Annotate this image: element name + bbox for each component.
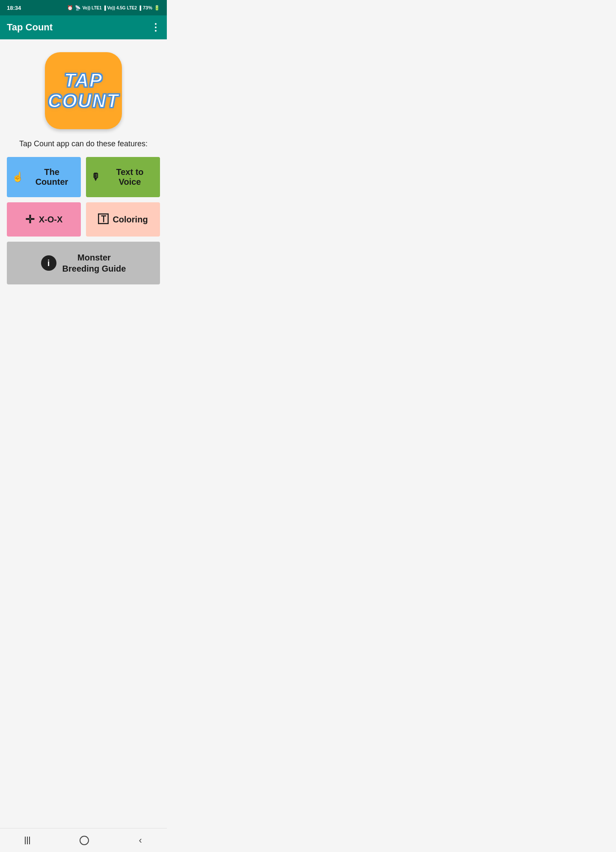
status-bar: 18:34 ⏰ 📡 Vo)) LTE1 ▐ Vo)) 4.5G LTE2 ▐ 7…: [0, 0, 167, 15]
features-grid: ☝ The Counter 🎙 Text to Voice ✛ X-O-X 🅃 …: [7, 157, 160, 237]
battery-icon: 🔋: [154, 5, 160, 11]
counter-label: The Counter: [28, 167, 76, 187]
app-icon: TAP COUNT: [45, 52, 122, 129]
voice-button[interactable]: 🎙 Text to Voice: [86, 157, 160, 197]
xox-label: X-O-X: [39, 215, 63, 225]
coloring-icon: 🅃: [98, 213, 108, 225]
counter-icon: ☝: [12, 172, 24, 183]
coloring-button[interactable]: 🅃 Coloring: [86, 202, 160, 237]
app-icon-container: TAP COUNT: [45, 52, 122, 129]
voice-label: Text to Voice: [105, 167, 155, 187]
wifi-icon: 📡: [75, 5, 81, 11]
app-icon-line2: COUNT: [48, 91, 119, 111]
xox-icon: ✛: [25, 213, 35, 226]
app-bar: Tap Count: [0, 15, 167, 39]
more-options-button[interactable]: [151, 20, 160, 35]
monster-info-icon: i: [41, 255, 56, 271]
alarm-icon: ⏰: [67, 5, 73, 11]
voice-icon: 🎙: [91, 172, 101, 183]
status-time: 18:34: [7, 5, 21, 11]
app-bar-title: Tap Count: [7, 22, 53, 33]
menu-dot-1: [155, 23, 157, 25]
menu-dot-2: [155, 27, 157, 28]
monster-button-label: MonsterBreeding Guide: [62, 252, 126, 274]
info-symbol: i: [47, 258, 50, 268]
features-description: Tap Count app can do these features:: [19, 139, 148, 148]
app-icon-line1: TAP: [48, 70, 119, 91]
main-content: TAP COUNT Tap Count app can do these fea…: [0, 39, 167, 323]
status-right: ⏰ 📡 Vo)) LTE1 ▐ Vo)) 4.5G LTE2 ▐ 73% 🔋: [67, 5, 160, 11]
monster-button[interactable]: i MonsterBreeding Guide: [7, 242, 160, 284]
coloring-label: Coloring: [113, 215, 148, 225]
counter-button[interactable]: ☝ The Counter: [7, 157, 81, 197]
xox-button[interactable]: ✛ X-O-X: [7, 202, 81, 237]
battery-level: 73%: [143, 5, 152, 10]
menu-dot-3: [155, 30, 157, 32]
signal-info: Vo)) LTE1 ▐ Vo)) 4.5G LTE2 ▐: [83, 6, 141, 10]
app-icon-text: TAP COUNT: [48, 70, 119, 112]
